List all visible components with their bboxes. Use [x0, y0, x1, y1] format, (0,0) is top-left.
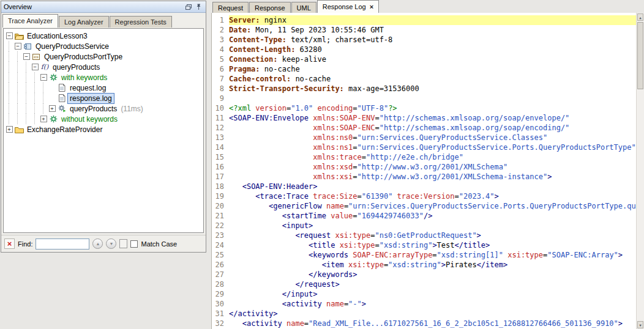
- folder-open-icon: [13, 32, 24, 40]
- line-number: 9: [212, 94, 229, 103]
- highlight-toggle[interactable]: [119, 239, 127, 248]
- find-previous-icon[interactable]: ▲: [92, 238, 103, 249]
- trace-tree[interactable]: −EducationLesson3−QueryProductsService−«…: [3, 28, 204, 233]
- code-line: 32 <activity name="Read_XML_File...61710…: [212, 319, 644, 328]
- line-content: <activity name="-">: [229, 299, 644, 309]
- line-number: 10: [212, 103, 229, 113]
- close-find-icon[interactable]: ×: [4, 238, 15, 249]
- line-number: 23: [212, 231, 229, 240]
- tab-response[interactable]: Response: [249, 2, 291, 13]
- match-case-checkbox[interactable]: [130, 240, 138, 248]
- tree-guide: [13, 51, 22, 62]
- line-number: 18: [212, 182, 229, 191]
- tree-item-without-keywords[interactable]: +without keywords: [5, 114, 203, 124]
- line-number: 5: [212, 54, 229, 64]
- find-next-icon[interactable]: ▼: [106, 238, 116, 249]
- line-content: Content-Length: 63280: [229, 45, 644, 54]
- code-line: 13 xmlns:ns0="urn:Services.QueryProducts…: [212, 133, 644, 142]
- close-tab-icon[interactable]: ×: [370, 4, 373, 10]
- line-content: </activity>: [229, 309, 644, 319]
- find-input[interactable]: [36, 238, 89, 250]
- tab-label: Response: [255, 4, 285, 12]
- line-content: <input>: [229, 221, 644, 231]
- tree-item-with-keywords[interactable]: −with keywords: [5, 72, 203, 83]
- line-number: 22: [212, 221, 229, 231]
- line-content: <trace:Trace trace:Size="61390" trace:Ve…: [229, 191, 644, 201]
- tree-item-response-log[interactable]: response.log: [5, 93, 203, 103]
- line-content: Content-Type: text/xml; charset=utf-8: [229, 35, 644, 45]
- tab-regression-tests[interactable]: Regression Tests: [110, 16, 172, 28]
- line-content: </request>: [229, 279, 644, 289]
- scroll-down-icon[interactable]: ▼: [637, 321, 643, 328]
- code-line: 1Server: nginx: [212, 15, 644, 25]
- collapse-icon[interactable]: −: [5, 32, 13, 39]
- tree-item-label[interactable]: QueryProductsService: [33, 41, 111, 52]
- gear-green-icon: [48, 73, 59, 81]
- tab-trace-analyzer[interactable]: Trace Analyzer: [2, 14, 58, 28]
- tree-guide: [13, 114, 22, 124]
- duration-label: (11ms): [121, 105, 143, 113]
- tree-item-label[interactable]: queryProducts: [50, 62, 102, 73]
- tree-item-request-log[interactable]: request.log: [5, 83, 203, 93]
- code-line: 3Content-Type: text/xml; charset=utf-8: [212, 35, 644, 45]
- porttype-icon: «»: [31, 53, 42, 61]
- collapse-icon[interactable]: −: [13, 43, 22, 50]
- overview-tabs: Trace AnalyzerLog AnalyzerRegression Tes…: [1, 13, 206, 28]
- tree-guide: [39, 93, 48, 103]
- tab-label: UML: [297, 4, 311, 12]
- tree-item-queryproducts[interactable]: +queryProducts(11ms): [5, 103, 203, 114]
- tree-item-label[interactable]: QueryProductsPortType: [42, 51, 125, 62]
- tab-response-log[interactable]: Response Log×: [317, 0, 379, 13]
- line-number: 6: [212, 64, 229, 74]
- line-number: 1: [212, 15, 229, 25]
- code-line: 18 <SOAP-ENV:Header>: [212, 182, 644, 191]
- expand-icon[interactable]: +: [39, 116, 48, 122]
- collapse-icon[interactable]: −: [39, 74, 48, 81]
- tree-item-educationlesson3[interactable]: −EducationLesson3: [5, 31, 203, 41]
- vertical-scrollbar[interactable]: ▲ ▼: [636, 13, 644, 329]
- tree-item-label[interactable]: request.log: [67, 83, 108, 94]
- tree-item-label[interactable]: with keywords: [59, 72, 110, 83]
- line-number: 32: [212, 319, 229, 328]
- tree-item-exchangerateprovider[interactable]: +ExchangeRateProvider: [5, 124, 203, 135]
- expand-icon[interactable]: +: [48, 105, 56, 112]
- tree-item-label[interactable]: ExchangeRateProvider: [24, 124, 105, 135]
- editor-tabs: RequestResponseUMLResponse Log×: [211, 0, 644, 13]
- tree-item-queryproductsporttype[interactable]: −«»QueryProductsPortType: [5, 51, 203, 62]
- line-number: 12: [212, 123, 229, 133]
- scrollbar-thumb[interactable]: [637, 22, 643, 89]
- scroll-up-icon[interactable]: ▲: [637, 13, 643, 21]
- tree-item-queryproducts[interactable]: −f()queryProducts: [5, 62, 203, 72]
- collapse-icon[interactable]: −: [31, 64, 39, 70]
- tree-item-label[interactable]: queryProducts: [67, 103, 119, 114]
- line-number: 29: [212, 289, 229, 299]
- line-number: 20: [212, 201, 229, 211]
- tree-guide: [22, 83, 31, 93]
- expand-icon[interactable]: +: [5, 126, 13, 133]
- tab-request[interactable]: Request: [212, 2, 249, 13]
- tree-item-label[interactable]: response.log: [67, 93, 114, 104]
- line-content: <?xml version="1.0" encoding="UTF-8"?>: [229, 103, 644, 113]
- tree-item-queryproductsservice[interactable]: −QueryProductsService: [5, 41, 203, 51]
- line-content: <startTime value="1694429746033"/>: [229, 211, 644, 221]
- tree-item-label[interactable]: without keywords: [59, 114, 120, 125]
- tree-guide: [13, 72, 22, 83]
- code-line: 10<?xml version="1.0" encoding="UTF-8"?>: [212, 103, 644, 113]
- tab-label: Response Log: [323, 2, 366, 11]
- match-case-label: Match Case: [141, 240, 177, 248]
- tree-guide: [31, 72, 39, 83]
- code-line: 31</activity>: [212, 309, 644, 319]
- log-file-icon: [56, 84, 67, 92]
- line-content: Connection: keep-alive: [229, 54, 644, 64]
- tree-item-label[interactable]: EducationLesson3: [24, 31, 90, 42]
- tab-uml[interactable]: UML: [291, 2, 316, 13]
- line-content: <keywords SOAP-ENC:arrayType="xsd:string…: [229, 250, 644, 260]
- collapse-icon[interactable]: −: [22, 53, 31, 60]
- float-window-icon[interactable]: [184, 2, 193, 12]
- tree-guide: [22, 114, 31, 124]
- pin-icon[interactable]: [193, 2, 203, 12]
- response-log-view[interactable]: 1Server: nginx2Date: Mon, 11 Sep 2023 10…: [211, 13, 644, 329]
- tab-log-analyzer[interactable]: Log Analyzer: [59, 16, 109, 28]
- line-content: <item xsi:type="xsd:string">Pirates</ite…: [229, 260, 644, 270]
- line-content: Cache-control: no-cache: [229, 74, 644, 84]
